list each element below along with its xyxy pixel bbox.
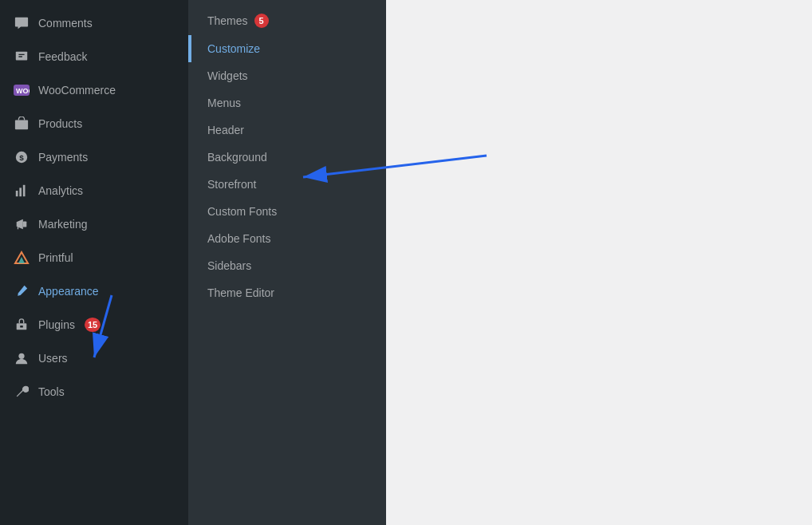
svg-text:$: $ bbox=[19, 153, 24, 162]
svg-rect-8 bbox=[23, 185, 26, 196]
submenu-label-header: Header bbox=[207, 124, 244, 136]
feedback-icon bbox=[13, 48, 30, 65]
submenu-item-menus[interactable]: Menus bbox=[188, 89, 386, 116]
main-content bbox=[574, 0, 812, 525]
plugins-icon bbox=[13, 316, 30, 334]
submenu-label-widgets: Widgets bbox=[207, 69, 248, 82]
tools-icon bbox=[13, 383, 30, 401]
svg-rect-7 bbox=[19, 188, 22, 196]
sidebar-item-label-payments: Payments bbox=[38, 151, 88, 164]
sidebar-item-marketing[interactable]: Marketing bbox=[0, 207, 188, 241]
users-icon bbox=[13, 349, 30, 367]
sidebar-item-users[interactable]: Users bbox=[0, 341, 188, 375]
submenu-label-themes: Themes bbox=[207, 14, 248, 27]
submenu-label-custom-fonts: Custom Fonts bbox=[207, 205, 277, 218]
sidebar-item-payments[interactable]: $ Payments bbox=[0, 140, 188, 174]
submenu-label-adobe-fonts: Adobe Fonts bbox=[207, 232, 270, 245]
plugins-badge: 15 bbox=[85, 318, 101, 332]
sidebar: Comments Feedback WOO WooCommerce bbox=[0, 0, 188, 525]
svg-point-14 bbox=[18, 353, 24, 359]
submenu-label-background: Background bbox=[207, 151, 267, 164]
submenu-label-storefront: Storefront bbox=[207, 178, 256, 191]
submenu-item-storefront[interactable]: Storefront bbox=[188, 171, 386, 198]
submenu-item-header[interactable]: Header bbox=[188, 116, 386, 144]
sidebar-item-label-users: Users bbox=[38, 352, 68, 365]
sidebar-item-appearance[interactable]: Appearance bbox=[0, 274, 188, 308]
submenu-item-custom-fonts[interactable]: Custom Fonts bbox=[188, 198, 386, 225]
svg-marker-11 bbox=[18, 257, 25, 263]
sidebar-item-label-comments: Comments bbox=[38, 17, 93, 30]
marketing-icon bbox=[13, 215, 30, 233]
sidebar-item-analytics[interactable]: Analytics bbox=[0, 174, 188, 207]
submenu-label-customize: Customize bbox=[207, 42, 260, 55]
sidebar-item-plugins[interactable]: Plugins 15 bbox=[0, 308, 188, 341]
svg-rect-6 bbox=[16, 191, 18, 196]
submenu-item-themes[interactable]: Themes 5 bbox=[188, 6, 386, 35]
submenu-item-adobe-fonts[interactable]: Adobe Fonts bbox=[188, 225, 386, 252]
sidebar-item-products[interactable]: Products bbox=[0, 107, 188, 140]
svg-rect-3 bbox=[15, 120, 28, 130]
submenu-item-sidebars[interactable]: Sidebars bbox=[188, 252, 386, 279]
products-icon bbox=[13, 115, 30, 132]
active-indicator bbox=[188, 35, 191, 62]
sidebar-item-printful[interactable]: Printful bbox=[0, 241, 188, 274]
woocommerce-icon: WOO bbox=[13, 81, 30, 99]
sidebar-item-feedback[interactable]: Feedback bbox=[0, 40, 188, 73]
sidebar-item-label-woocommerce: WooCommerce bbox=[38, 84, 116, 97]
comments-icon bbox=[13, 14, 30, 32]
sidebar-item-label-appearance: Appearance bbox=[38, 285, 99, 298]
analytics-icon bbox=[13, 182, 30, 199]
printful-icon bbox=[13, 249, 30, 266]
appearance-submenu: Themes 5 Customize Widgets Menus Header … bbox=[188, 0, 386, 525]
sidebar-item-label-analytics: Analytics bbox=[38, 184, 83, 197]
sidebar-item-label-plugins: Plugins bbox=[38, 318, 75, 331]
appearance-icon bbox=[13, 282, 30, 300]
sidebar-item-label-marketing: Marketing bbox=[38, 218, 87, 231]
submenu-label-sidebars: Sidebars bbox=[207, 259, 251, 272]
sidebar-item-tools[interactable]: Tools bbox=[0, 375, 188, 409]
svg-rect-9 bbox=[23, 221, 27, 227]
submenu-item-background[interactable]: Background bbox=[188, 144, 386, 171]
sidebar-item-label-feedback: Feedback bbox=[38, 50, 87, 63]
submenu-item-theme-editor[interactable]: Theme Editor bbox=[188, 279, 386, 306]
submenu-item-customize[interactable]: Customize bbox=[188, 35, 386, 62]
submenu-label-menus: Menus bbox=[207, 97, 241, 109]
sidebar-item-comments[interactable]: Comments bbox=[0, 6, 188, 40]
payments-icon: $ bbox=[13, 148, 30, 166]
sidebar-item-label-products: Products bbox=[38, 117, 82, 130]
themes-badge: 5 bbox=[254, 14, 269, 28]
sidebar-item-label-tools: Tools bbox=[38, 385, 65, 398]
svg-rect-0 bbox=[16, 52, 27, 61]
submenu-item-widgets[interactable]: Widgets bbox=[188, 62, 386, 89]
svg-rect-13 bbox=[20, 326, 23, 328]
submenu-label-theme-editor: Theme Editor bbox=[207, 286, 274, 299]
sidebar-item-label-printful: Printful bbox=[38, 251, 73, 264]
sidebar-item-woocommerce[interactable]: WOO WooCommerce bbox=[0, 73, 188, 107]
svg-text:WOO: WOO bbox=[16, 87, 30, 95]
